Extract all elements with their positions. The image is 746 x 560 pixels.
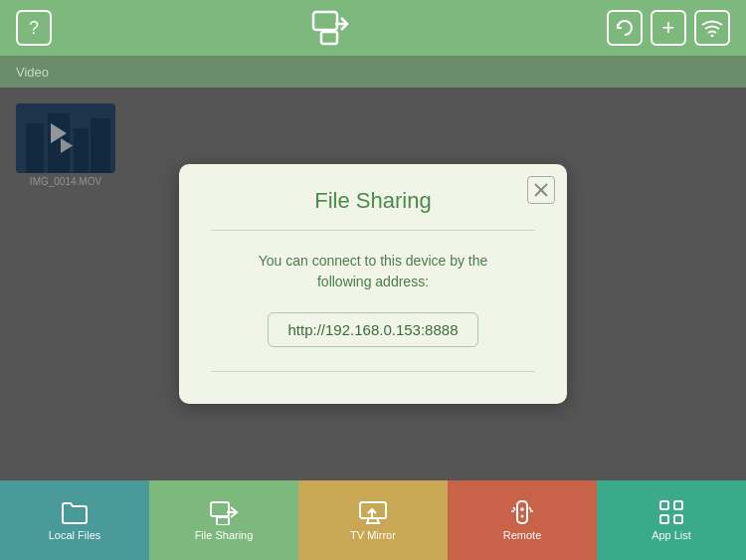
wifi-button[interactable] bbox=[694, 10, 730, 46]
svg-line-28 bbox=[529, 507, 531, 510]
file-sharing-icon bbox=[209, 499, 239, 525]
close-icon bbox=[533, 182, 549, 198]
tab-file-sharing[interactable]: File Sharing bbox=[149, 480, 298, 560]
tab-tv-mirror[interactable]: TV Mirror bbox=[298, 480, 448, 560]
tab-tv-mirror-label: TV Mirror bbox=[350, 529, 396, 541]
svg-rect-32 bbox=[660, 515, 668, 523]
svg-rect-1 bbox=[321, 32, 337, 44]
svg-point-25 bbox=[521, 515, 524, 518]
modal-close-button[interactable] bbox=[527, 176, 555, 204]
svg-rect-33 bbox=[674, 515, 682, 523]
section-label: Video bbox=[16, 65, 49, 80]
main-area: IMG_0014.MOV File Sharing You can connec… bbox=[0, 88, 746, 480]
modal-url-display[interactable]: http://192.168.0.153:8888 bbox=[268, 312, 479, 347]
modal-title: File Sharing bbox=[211, 188, 535, 214]
svg-rect-31 bbox=[674, 501, 682, 509]
folder-icon bbox=[61, 499, 89, 525]
refresh-icon bbox=[615, 18, 635, 38]
svg-rect-14 bbox=[217, 517, 229, 525]
modal-top-divider bbox=[211, 230, 535, 231]
svg-point-4 bbox=[711, 35, 714, 38]
modal-bottom-divider bbox=[211, 371, 535, 372]
tab-app-list-label: App List bbox=[652, 529, 691, 541]
tab-remote[interactable]: Remote bbox=[448, 480, 597, 560]
svg-rect-13 bbox=[211, 502, 229, 516]
header-center-icon bbox=[307, 8, 351, 48]
svg-rect-22 bbox=[517, 501, 527, 523]
remote-icon bbox=[509, 499, 535, 525]
modal-overlay: File Sharing You can connect to this dev… bbox=[0, 88, 746, 480]
svg-rect-30 bbox=[660, 501, 668, 509]
tab-file-sharing-label: File Sharing bbox=[195, 529, 254, 541]
svg-line-26 bbox=[513, 507, 515, 510]
tv-mirror-icon bbox=[358, 499, 388, 525]
wifi-icon bbox=[701, 19, 723, 37]
header-right-icons: + bbox=[607, 10, 730, 46]
tab-remote-label: Remote bbox=[503, 529, 542, 541]
modal-body-text: You can connect to this device by the fo… bbox=[211, 251, 535, 292]
add-icon: + bbox=[662, 15, 675, 41]
transfer-icon bbox=[307, 8, 351, 48]
tab-bar: Local Files File Sharing TV Mirror bbox=[0, 480, 746, 560]
help-button[interactable]: ? bbox=[16, 10, 52, 46]
add-button[interactable]: + bbox=[651, 10, 686, 46]
modal-url-container: http://192.168.0.153:8888 bbox=[211, 312, 535, 347]
tab-local-files-label: Local Files bbox=[49, 529, 101, 541]
tab-local-files[interactable]: Local Files bbox=[0, 480, 149, 560]
grid-icon bbox=[658, 499, 684, 525]
refresh-button[interactable] bbox=[607, 10, 643, 46]
svg-rect-0 bbox=[313, 12, 337, 30]
file-sharing-modal: File Sharing You can connect to this dev… bbox=[179, 164, 567, 404]
tab-app-list[interactable]: App List bbox=[597, 480, 746, 560]
header: ? + bbox=[0, 0, 746, 56]
subheader: Video bbox=[0, 56, 746, 88]
